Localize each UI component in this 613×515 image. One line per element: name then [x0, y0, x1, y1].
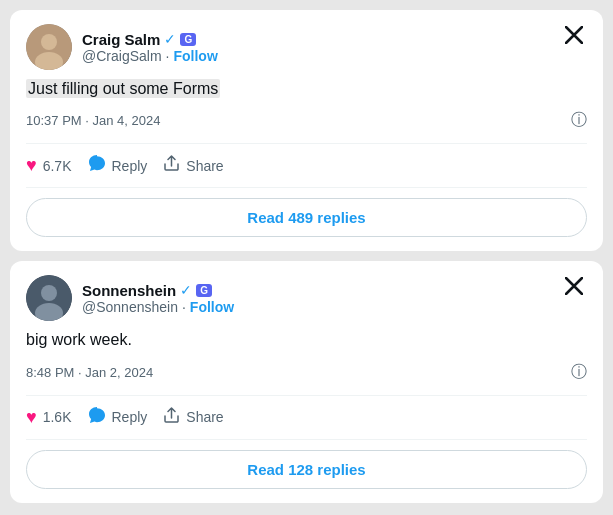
tweet-actions: ♥ 1.6K Reply Share [26, 395, 587, 440]
timestamp-text: 10:37 PM · Jan 4, 2024 [26, 113, 160, 128]
svg-point-1 [41, 34, 57, 50]
user-handle-row: @Sonnenshein · Follow [82, 299, 234, 315]
tweet-header-left: Craig Salm ✓ G @CraigSalm · Follow [26, 24, 218, 70]
share-icon [163, 407, 180, 428]
user-handle-row: @CraigSalm · Follow [82, 48, 218, 64]
user-handle: @Sonnenshein [82, 299, 178, 315]
like-count: 6.7K [43, 158, 72, 174]
like-count: 1.6K [43, 409, 72, 425]
share-label: Share [186, 409, 223, 425]
verified-icon: ✓ [180, 282, 192, 298]
tweet-header-left: Sonnenshein ✓ G @Sonnenshein · Follow [26, 275, 234, 321]
share-label: Share [186, 158, 223, 174]
tweet-header: Sonnenshein ✓ G @Sonnenshein · Follow [26, 275, 587, 321]
tweet-actions: ♥ 6.7K Reply Share [26, 143, 587, 188]
tweet-content: Just filling out some Forms [26, 78, 587, 100]
reply-icon [88, 154, 106, 177]
read-replies-button[interactable]: Read 128 replies [26, 450, 587, 489]
separator: · [182, 299, 186, 315]
heart-icon: ♥ [26, 155, 37, 176]
svg-point-4 [41, 285, 57, 301]
badge-g: G [196, 284, 212, 297]
follow-button[interactable]: Follow [173, 48, 217, 64]
reply-action[interactable]: Reply [88, 154, 148, 177]
tweet-content: big work week. [26, 329, 587, 351]
tweet-header: Craig Salm ✓ G @CraigSalm · Follow [26, 24, 587, 70]
user-name: Craig Salm [82, 31, 160, 48]
badge-g: G [180, 33, 196, 46]
like-action[interactable]: ♥ 6.7K [26, 155, 72, 176]
tweet-card-2: Sonnenshein ✓ G @Sonnenshein · Follow [10, 261, 603, 502]
user-info: Craig Salm ✓ G @CraigSalm · Follow [82, 31, 218, 64]
share-action[interactable]: Share [163, 155, 223, 176]
tweet-timestamp: 8:48 PM · Jan 2, 2024 ⓘ [26, 362, 587, 383]
user-name-row: Craig Salm ✓ G [82, 31, 218, 48]
reply-action[interactable]: Reply [88, 406, 148, 429]
separator: · [166, 48, 170, 64]
close-button[interactable] [561, 275, 587, 300]
user-name: Sonnenshein [82, 282, 176, 299]
highlighted-text: Just filling out some Forms [26, 79, 220, 98]
reply-label: Reply [112, 158, 148, 174]
timestamp-text: 8:48 PM · Jan 2, 2024 [26, 365, 153, 380]
info-icon[interactable]: ⓘ [571, 110, 587, 131]
read-replies-button[interactable]: Read 489 replies [26, 198, 587, 237]
tweet-card-1: Craig Salm ✓ G @CraigSalm · Follow [10, 10, 603, 251]
user-name-row: Sonnenshein ✓ G [82, 282, 234, 299]
share-icon [163, 155, 180, 176]
share-action[interactable]: Share [163, 407, 223, 428]
like-action[interactable]: ♥ 1.6K [26, 407, 72, 428]
avatar[interactable] [26, 24, 72, 70]
close-button[interactable] [561, 24, 587, 49]
user-info: Sonnenshein ✓ G @Sonnenshein · Follow [82, 282, 234, 315]
tweet-text: big work week. [26, 331, 132, 348]
heart-icon: ♥ [26, 407, 37, 428]
info-icon[interactable]: ⓘ [571, 362, 587, 383]
verified-icon: ✓ [164, 31, 176, 47]
avatar[interactable] [26, 275, 72, 321]
reply-label: Reply [112, 409, 148, 425]
follow-button[interactable]: Follow [190, 299, 234, 315]
user-handle: @CraigSalm [82, 48, 162, 64]
tweet-timestamp: 10:37 PM · Jan 4, 2024 ⓘ [26, 110, 587, 131]
reply-icon [88, 406, 106, 429]
